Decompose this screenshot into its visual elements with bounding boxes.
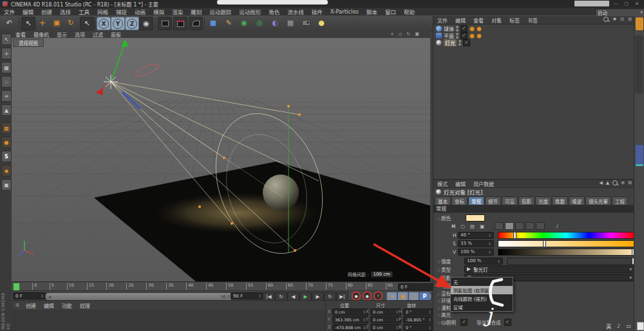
workplane-icon[interactable]: ▣: [1, 179, 12, 191]
kelvin-mode-button[interactable]: [515, 222, 524, 230]
material-menu-item[interactable]: 功能: [58, 302, 76, 309]
spline-pen-button[interactable]: ✎: [222, 17, 235, 29]
spinner-icon[interactable]: ↕: [428, 317, 431, 322]
intensity-slider[interactable]: [507, 258, 634, 265]
model-mode-icon[interactable]: +: [1, 48, 12, 59]
dropdown-option-shadow-maps[interactable]: 阴影贴图 (软阴影): [451, 286, 513, 294]
pan-view-icon[interactable]: +: [390, 32, 394, 37]
visibility-dots[interactable]: [456, 33, 459, 39]
menu-item[interactable]: 窗口: [381, 8, 400, 15]
menu-item[interactable]: 流水线: [283, 8, 308, 15]
render-to-picture-button[interactable]: [173, 17, 187, 30]
tray-icon[interactable]: ▭: [626, 323, 631, 329]
mixer-mode-button[interactable]: [526, 222, 535, 230]
snapping-icon[interactable]: ◆: [1, 165, 12, 176]
new-window-icon[interactable]: ⊞: [628, 180, 632, 185]
menu-item[interactable]: 文件: [0, 8, 19, 15]
record-button[interactable]: ●: [352, 292, 361, 300]
range-start-field[interactable]: 0 F ↕: [13, 292, 46, 299]
dropdown-option-none[interactable]: 无: [451, 278, 513, 286]
tab-basic[interactable]: 基本: [435, 196, 451, 205]
saturation-slider-marker[interactable]: [543, 240, 546, 247]
edges-mode-icon[interactable]: ≡: [1, 90, 12, 102]
spectrum-icon[interactable]: ▤: [470, 223, 475, 229]
coordinate-system-button[interactable]: ◉: [139, 17, 153, 30]
viewport-menu-item[interactable]: 面板: [107, 31, 125, 38]
array-button[interactable]: ◎: [253, 17, 266, 29]
enable-axis-icon[interactable]: ●: [1, 137, 12, 148]
spinner-icon[interactable]: ↕: [488, 241, 491, 246]
subdivision-surface-button[interactable]: ◉: [238, 17, 251, 29]
value-slider[interactable]: [498, 249, 634, 256]
phong-tag-icon[interactable]: [477, 26, 482, 32]
object-name[interactable]: 平面: [444, 32, 454, 39]
hex-mode-icon[interactable]: H: [451, 223, 455, 229]
rot-h-field[interactable]: 0 °↕: [403, 308, 434, 316]
menu-item[interactable]: 脚本: [363, 8, 381, 15]
last-tool[interactable]: ↖: [80, 17, 94, 30]
picture-icon[interactable]: ▣: [480, 223, 484, 229]
search-icon[interactable]: [603, 17, 609, 22]
dropdown-option-area[interactable]: 区域: [451, 303, 513, 311]
window-icon[interactable]: ⊞: [628, 17, 632, 22]
visibility-dots[interactable]: [456, 26, 459, 32]
tab-details[interactable]: 细节: [485, 196, 501, 205]
texture-mode-icon[interactable]: ▦: [1, 62, 12, 73]
rot-b-field[interactable]: 0 °↕: [403, 324, 434, 331]
menu-item[interactable]: 帮助: [400, 8, 419, 15]
phong-tag-icon[interactable]: [477, 33, 482, 39]
add-cube-button[interactable]: ■: [207, 17, 220, 29]
rgb-mode-button[interactable]: [495, 222, 504, 230]
hue-slider-marker[interactable]: [513, 232, 516, 239]
menu-item[interactable]: 创建: [37, 8, 56, 15]
menu-item[interactable]: 动画: [131, 8, 149, 15]
om-menu-item[interactable]: 文件: [433, 17, 451, 24]
size-x-field[interactable]: 0 cm↕: [370, 308, 401, 316]
render-view-button[interactable]: [158, 17, 172, 30]
vertical-tab[interactable]: [635, 35, 643, 93]
intensity-field[interactable]: 100 %↕: [464, 258, 503, 265]
export-checkbox[interactable]: ✓: [504, 319, 511, 326]
om-menu-item[interactable]: 编辑: [451, 17, 469, 24]
zoom-view-icon[interactable]: ◇: [399, 32, 402, 37]
viewport-scene[interactable]: [12, 38, 430, 281]
dropdown-option-raytraced[interactable]: 光线跟踪 (强烈): [451, 294, 513, 303]
solo-mode-icon[interactable]: S: [1, 151, 12, 162]
viewport-menu-item[interactable]: 查看: [12, 31, 30, 38]
camera-button[interactable]: [299, 17, 312, 29]
material-grid-icon[interactable]: ⊞: [13, 303, 22, 308]
pos-z-field[interactable]: -470.898 cm↕: [332, 324, 368, 331]
spinner-icon[interactable]: ↕: [258, 294, 261, 298]
material-menu-item[interactable]: 创建: [22, 302, 40, 309]
viewport-menu-item[interactable]: 显示: [53, 31, 71, 38]
view-label[interactable]: 透视视图: [13, 39, 44, 47]
note-icon[interactable]: ♪: [617, 323, 620, 329]
tab-caustics[interactable]: 焦散: [552, 196, 568, 205]
color-wheel-icon[interactable]: ○: [460, 223, 465, 229]
maximize-button[interactable]: ▢: [625, 1, 629, 6]
swatches-mode-button[interactable]: [536, 222, 545, 230]
move-tool[interactable]: +: [36, 17, 49, 29]
object-row-light[interactable]: 灯光 ✓: [436, 39, 470, 46]
attr-menu-item[interactable]: 模式: [433, 180, 451, 187]
om-menu-item[interactable]: 查看: [469, 17, 488, 24]
gear-icon[interactable]: ✱: [612, 17, 616, 22]
keyframe-selection-button[interactable]: ?: [374, 292, 383, 300]
y-axis-lock-button[interactable]: Y: [111, 17, 125, 30]
pos-x-field[interactable]: 0 cm↕: [332, 308, 368, 316]
sphere-object[interactable]: [263, 175, 299, 211]
spinner-icon[interactable]: ↕: [41, 294, 44, 298]
om-menu-item[interactable]: 标签: [506, 17, 524, 24]
close-button[interactable]: ✕: [635, 1, 639, 6]
menu-item[interactable]: 运动跟踪: [205, 8, 235, 15]
tab-shadow[interactable]: 投影: [518, 196, 535, 205]
menu-item[interactable]: 渲染: [168, 8, 187, 15]
structure-tab-icon[interactable]: [636, 145, 643, 166]
size-y-field[interactable]: 0 cm↕: [370, 316, 401, 323]
type-dropdown[interactable]: 聚光灯 ▼: [464, 265, 634, 273]
autokey-button[interactable]: ●: [363, 292, 372, 300]
spinner-icon[interactable]: ↕: [497, 259, 500, 263]
content-browser-icon[interactable]: [636, 17, 643, 30]
rotate-tool[interactable]: ↻: [64, 17, 77, 29]
spinner-icon[interactable]: ↕: [428, 325, 431, 330]
